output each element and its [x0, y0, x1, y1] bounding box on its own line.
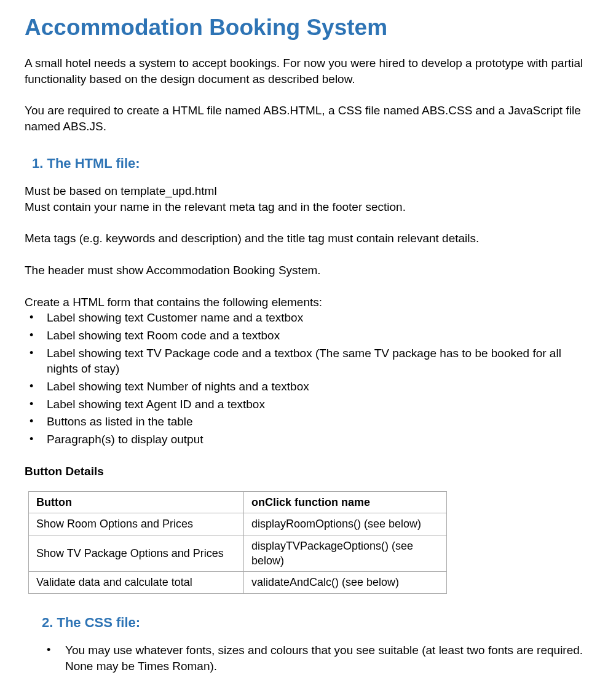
table-header-cell: Button [29, 492, 244, 513]
list-item: Label showing text Agent ID and a textbo… [25, 397, 591, 413]
section-1-line-2: Must contain your name in the relevant m… [25, 199, 591, 215]
table-row: Show Room Options and Prices displayRoom… [29, 513, 447, 535]
css-requirements-list: You may use whatever fonts, sizes and co… [25, 642, 591, 674]
table-cell: Show TV Package Options and Prices [29, 535, 244, 572]
form-elements-list: Label showing text Customer name and a t… [25, 310, 591, 447]
intro-paragraph-2: You are required to create a HTML file n… [25, 103, 591, 134]
section-1-line-5: Create a HTML form that contains the fol… [25, 294, 591, 310]
button-details-table: Button onClick function name Show Room O… [28, 491, 447, 593]
list-item: Paragraph(s) to display output [25, 432, 591, 448]
table-header-cell: onClick function name [244, 492, 447, 513]
table-cell: Validate data and calculate total [29, 572, 244, 593]
list-item: Label showing text TV Package code and a… [25, 346, 591, 377]
table-cell: validateAndCalc() (see below) [244, 572, 447, 593]
table-row: Validate data and calculate total valida… [29, 572, 447, 593]
table-cell: displayTVPackageOptions() (see below) [244, 535, 447, 572]
table-cell: Show Room Options and Prices [29, 513, 244, 535]
section-2-heading: 2. The CSS file: [25, 614, 591, 632]
page-title: Accommodation Booking System [25, 12, 591, 43]
section-1-line-3: Meta tags (e.g. keywords and description… [25, 231, 591, 247]
list-item: Buttons as listed in the table [25, 414, 591, 430]
section-1-line-4: The header must show Accommodation Booki… [25, 263, 591, 278]
table-cell: displayRoomOptions() (see below) [244, 513, 447, 535]
section-1-line-1: Must be based on template_upd.html [25, 183, 591, 199]
button-details-label: Button Details [25, 464, 591, 480]
list-item: Label showing text Number of nights and … [25, 379, 591, 395]
intro-paragraph-1: A small hotel needs a system to accept b… [25, 55, 591, 87]
list-item: Label showing text Customer name and a t… [25, 310, 591, 326]
list-item: Label showing text Room code and a textb… [25, 328, 591, 344]
table-header-row: Button onClick function name [29, 492, 447, 513]
table-row: Show TV Package Options and Prices displ… [29, 535, 447, 572]
list-item: You may use whatever fonts, sizes and co… [25, 642, 591, 674]
section-1-heading: 1. The HTML file: [25, 154, 591, 173]
